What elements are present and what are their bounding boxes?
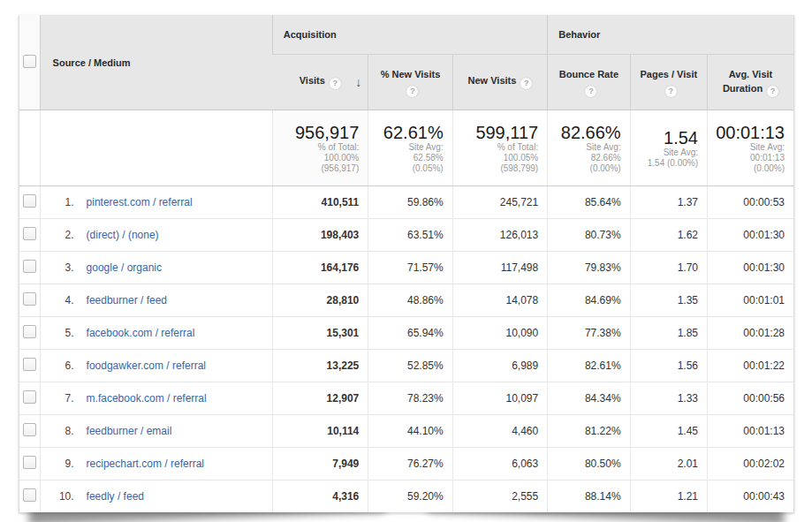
acquisition-label: Acquisition	[284, 29, 337, 40]
row-rank: 9.	[53, 458, 74, 470]
pages-visit-cell: 1.85	[630, 317, 707, 350]
row-rank: 10.	[53, 490, 74, 503]
source-cell: 10.feedly / feed	[40, 480, 272, 513]
avg-duration-cell: 00:00:56	[708, 382, 794, 415]
summary-subtext: (0.00%)	[710, 163, 785, 174]
column-header-source-medium[interactable]: Source / Medium	[40, 15, 272, 110]
source-medium-link[interactable]: foodgawker.com / referral	[87, 359, 206, 372]
pct-new-visits-cell: 52.85%	[368, 350, 452, 382]
summary-blank-check	[19, 110, 40, 186]
avg-duration-cell: 00:00:53	[708, 186, 794, 219]
row-checkbox[interactable]	[23, 390, 36, 404]
column-header-new-visits[interactable]: New Visits?	[452, 55, 548, 110]
column-header-pages-visit[interactable]: Pages / Visit ?	[630, 55, 707, 110]
source-medium-link[interactable]: recipechart.com / referral	[87, 458, 204, 470]
source-cell: 6.foodgawker.com / referral	[40, 350, 272, 382]
source-medium-link[interactable]: feedly / feed	[87, 490, 144, 503]
table-row: 4.feedburner / feed28,81048.86%14,07884.…	[19, 284, 793, 317]
help-icon[interactable]: ?	[767, 86, 778, 97]
pct-new-visits-cell: 59.20%	[368, 480, 452, 513]
pages-visit-cell: 1.21	[630, 480, 707, 513]
source-medium-link[interactable]: feedburner / email	[87, 425, 172, 437]
new-visits-cell: 6,063	[452, 448, 548, 480]
summary-subtext: 100.05%	[455, 153, 539, 163]
visits-cell: 198,403	[272, 219, 368, 252]
table-header: Source / Medium Acquisition Behavior Vis…	[19, 15, 793, 110]
help-icon[interactable]: ?	[330, 78, 341, 89]
help-icon[interactable]: ?	[520, 78, 532, 89]
row-checkbox-cell	[19, 448, 40, 480]
avg-duration-cell: 00:01:01	[708, 284, 794, 317]
summary-subtext: 100.00%	[275, 153, 359, 163]
summary-blank-source	[40, 110, 272, 186]
bounce-rate-label: Bounce Rate	[549, 67, 628, 81]
new-visits-cell: 4,460	[452, 415, 548, 448]
row-rank: 4.	[53, 294, 74, 306]
column-header-visits[interactable]: Visits? ↓	[272, 55, 368, 110]
row-checkbox-cell	[19, 252, 40, 284]
source-cell: 2.(direct) / (none)	[40, 219, 272, 252]
sort-descending-icon[interactable]: ↓	[355, 75, 361, 89]
row-checkbox[interactable]	[23, 227, 36, 240]
select-all-checkbox[interactable]	[23, 55, 36, 68]
row-checkbox[interactable]	[23, 325, 36, 338]
table-body: 956,917 % of Total: 100.00% (956,917) 62…	[19, 110, 793, 513]
source-cell: 7.m.facebook.com / referral	[40, 382, 272, 415]
source-medium-link[interactable]: m.facebook.com / referral	[87, 392, 207, 405]
visits-cell: 164,176	[272, 252, 368, 284]
row-checkbox[interactable]	[23, 194, 36, 208]
row-checkbox[interactable]	[23, 292, 36, 306]
bounce-rate-cell: 85.64%	[548, 186, 630, 219]
source-medium-link[interactable]: feedburner / feed	[87, 294, 167, 306]
source-cell: 1.pinterest.com / referral	[40, 186, 272, 219]
pages-visit-cell: 1.56	[630, 350, 707, 382]
row-checkbox[interactable]	[23, 423, 36, 436]
behavior-label: Behavior	[558, 29, 600, 40]
row-checkbox[interactable]	[23, 260, 36, 273]
row-checkbox[interactable]	[23, 488, 36, 502]
column-header-pct-new-visits[interactable]: % New Visits ?	[368, 55, 452, 110]
source-medium-link[interactable]: google / organic	[87, 261, 162, 274]
summary-subtext: 82.66%	[550, 153, 620, 163]
pages-visit-cell: 1.62	[630, 219, 707, 252]
summary-subtext: % of Total:	[275, 142, 359, 153]
group-header-acquisition: Acquisition	[272, 15, 547, 55]
summary-avg-duration: 00:01:13 Site Avg: 00:01:13 (0.00%)	[708, 110, 794, 186]
source-medium-link[interactable]: (direct) / (none)	[87, 229, 159, 241]
new-visits-cell: 10,097	[452, 382, 548, 415]
row-checkbox-cell	[19, 382, 40, 415]
select-all-cell	[19, 15, 40, 110]
visits-cell: 7,949	[272, 448, 368, 480]
source-medium-link[interactable]: pinterest.com / referral	[87, 196, 193, 208]
row-checkbox-cell	[19, 415, 40, 448]
source-medium-link[interactable]: facebook.com / referral	[87, 327, 195, 339]
bounce-rate-cell: 84.34%	[548, 382, 630, 415]
visits-cell: 15,301	[272, 317, 368, 350]
new-visits-label: New Visits	[468, 75, 517, 86]
group-header-behavior: Behavior	[548, 15, 793, 55]
row-checkbox-cell	[19, 480, 40, 513]
table-row: 1.pinterest.com / referral410,51159.86%2…	[19, 186, 793, 219]
row-checkbox[interactable]	[23, 456, 36, 469]
column-header-bounce-rate[interactable]: Bounce Rate ?	[548, 55, 630, 110]
summary-new-visits-value: 599,117	[455, 123, 539, 142]
visits-cell: 10,114	[272, 415, 368, 448]
pages-visit-cell: 2.01	[630, 448, 707, 480]
column-header-avg-duration[interactable]: Avg. Visit Duration?	[708, 55, 794, 110]
table-row: 3.google / organic164,17671.57%117,49879…	[19, 252, 793, 284]
source-cell: 4.feedburner / feed	[40, 284, 272, 317]
row-rank: 2.	[53, 229, 74, 241]
help-icon[interactable]: ?	[406, 86, 418, 97]
avg-duration-label-line1: Avg. Visit	[709, 67, 793, 81]
table-row: 7.m.facebook.com / referral12,90778.23%1…	[19, 382, 793, 415]
help-icon[interactable]: ?	[665, 86, 677, 97]
new-visits-cell: 245,721	[452, 186, 548, 219]
visits-label: Visits	[300, 75, 325, 86]
bounce-rate-cell: 80.50%	[548, 448, 630, 480]
summary-pct-new-value: 62.61%	[370, 123, 443, 142]
row-checkbox[interactable]	[23, 358, 36, 371]
avg-duration-cell: 00:01:22	[708, 350, 794, 382]
row-rank: 7.	[53, 392, 74, 405]
bounce-rate-cell: 82.61%	[548, 350, 630, 382]
help-icon[interactable]: ?	[585, 86, 596, 97]
